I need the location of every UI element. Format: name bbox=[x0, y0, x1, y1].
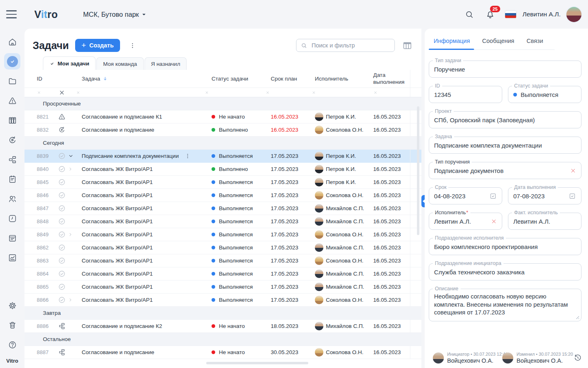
clear-filter-icon[interactable] bbox=[312, 90, 316, 95]
task-row[interactable]: 8845Согласовать ЖК Витро/АР1Выполняется1… bbox=[24, 176, 421, 189]
field-id[interactable]: ID 12345 bbox=[429, 86, 502, 103]
sidebar-item-projects[interactable] bbox=[4, 73, 20, 89]
panel-tab-messages[interactable]: Сообщения bbox=[482, 38, 514, 44]
home-icon bbox=[8, 37, 17, 47]
field-description[interactable]: Описание Необходимо согласовать новую ве… bbox=[429, 289, 581, 321]
task-row[interactable]: 8863Согласовать ЖК Витро/АР1Выполняется1… bbox=[24, 254, 421, 267]
page-kebab-menu-icon[interactable] bbox=[129, 42, 136, 49]
done-date: 16.05.2023 bbox=[371, 245, 410, 251]
task-row[interactable]: 8887Согласование и подписаниеНе начато30… bbox=[24, 346, 421, 359]
create-button[interactable]: + Создать bbox=[75, 39, 120, 52]
tab-assigned-by-me[interactable]: Я назначил bbox=[145, 57, 187, 70]
field-project[interactable]: Проект СПб, Орловский парк (Заповедная) bbox=[429, 111, 581, 128]
app-logo: Vitro bbox=[34, 9, 58, 20]
table-columns-icon[interactable] bbox=[402, 40, 412, 51]
user-name[interactable]: Левитин А.Л. bbox=[523, 11, 561, 18]
horizontal-scrollbar[interactable] bbox=[206, 362, 308, 364]
assignee-avatar bbox=[315, 191, 323, 200]
task-row[interactable]: 8847Согласовать ЖК Витро/АР1Выполняется1… bbox=[24, 202, 421, 215]
check-icon bbox=[56, 257, 68, 265]
sidebar-item-trash[interactable] bbox=[4, 317, 20, 333]
status-dot bbox=[212, 324, 215, 328]
hamburger-menu-icon[interactable] bbox=[6, 10, 17, 18]
clear-filter-icon[interactable] bbox=[76, 90, 80, 95]
column-header-status[interactable]: Статус задачи bbox=[209, 76, 267, 82]
clear-filter-icon[interactable] bbox=[37, 90, 56, 95]
field-task-type[interactable]: Тип задачи Поручение bbox=[429, 61, 581, 78]
sidebar-item-processes[interactable] bbox=[4, 132, 20, 148]
task-row[interactable]: 8821Согласование и подписание К1Не начат… bbox=[24, 110, 421, 123]
sidebar-item-documents[interactable] bbox=[4, 171, 20, 187]
column-header-task[interactable]: Задача bbox=[76, 76, 209, 82]
task-title: Согласовать ЖК Витро/АР1 bbox=[82, 258, 153, 264]
sidebar-item-analytics[interactable] bbox=[4, 249, 20, 266]
task-row[interactable]: 8848Согласовать ЖК Витро/АР1Выполняется1… bbox=[24, 215, 421, 228]
chevron-right-icon[interactable] bbox=[68, 232, 76, 237]
field-status[interactable]: Статус задачи Выполняется bbox=[508, 86, 581, 103]
history-icon[interactable] bbox=[573, 353, 582, 362]
chevron-right-icon[interactable] bbox=[68, 297, 76, 303]
notifications-bell-icon[interactable]: 25 bbox=[485, 9, 495, 20]
sidebar-item-home[interactable] bbox=[4, 34, 20, 50]
calendar-icon[interactable] bbox=[489, 192, 497, 200]
field-done-date[interactable]: Дата выполнения 07-08-2023 bbox=[508, 187, 581, 204]
vertical-scrollbar[interactable] bbox=[417, 106, 419, 235]
tab-my-team[interactable]: Моя команда bbox=[96, 57, 143, 70]
task-row[interactable]: 8832Согласование и подписаниеВыполнено16… bbox=[24, 123, 421, 137]
clear-filter-icon[interactable] bbox=[205, 90, 209, 95]
column-header-assignee[interactable]: Исполнитель bbox=[313, 76, 371, 82]
sidebar-item-planning[interactable] bbox=[4, 230, 20, 246]
column-header-id[interactable]: ID bbox=[37, 76, 56, 82]
task-row[interactable]: 8864Согласовать ЖК Витро/АР1Выполняется1… bbox=[24, 267, 421, 280]
location-selector[interactable]: МСК, Бутово парк bbox=[83, 11, 148, 18]
sidebar-item-help[interactable] bbox=[4, 337, 20, 353]
panel-tab-links[interactable]: Связи bbox=[526, 38, 543, 44]
field-assignee-department[interactable]: Подразделение исполнителя Бюро комплексн… bbox=[429, 238, 581, 255]
calendar-icon[interactable] bbox=[568, 192, 576, 200]
task-row[interactable]: 8840Согласовать ЖК Витро/АР1Выполнено17.… bbox=[24, 163, 421, 176]
clear-field-icon[interactable] bbox=[570, 168, 576, 174]
task-row[interactable]: 8865Согласовать ЖК Витро/АР1Выполняется1… bbox=[24, 280, 421, 294]
search-icon[interactable] bbox=[464, 9, 474, 20]
task-row[interactable]: 8866Согласовать ЖК Витро/АР1Выполняется1… bbox=[24, 294, 421, 307]
field-actual-assignee[interactable]: Факт. исполнитель Левитин А.Л. bbox=[508, 213, 581, 230]
panel-tab-info[interactable]: Информация bbox=[434, 38, 470, 44]
logo-part: it bbox=[41, 9, 47, 20]
field-deadline[interactable]: Срок 04-08-2023 bbox=[429, 187, 502, 204]
check-icon bbox=[56, 231, 68, 238]
row-kebab-menu-icon[interactable] bbox=[185, 153, 191, 159]
clear-field-icon[interactable] bbox=[491, 218, 497, 224]
tab-my-tasks[interactable]: Мои задачи bbox=[43, 56, 96, 70]
field-assignee[interactable]: Исполнитель* Левитин А.Л. bbox=[429, 213, 502, 230]
task-row[interactable]: 8862Согласовать ЖК Витро/АР1Выполняется1… bbox=[24, 241, 421, 254]
chevron-right-icon[interactable] bbox=[68, 166, 76, 172]
language-flag-ru-icon[interactable] bbox=[505, 11, 516, 18]
task-row[interactable]: 8846Согласовать ЖК Витро/АР1Выполняется1… bbox=[24, 189, 421, 202]
sidebar-item-tasks[interactable] bbox=[4, 53, 20, 70]
status-label: Выполняется bbox=[219, 205, 253, 211]
search-filter-box[interactable] bbox=[296, 39, 395, 52]
sidebar-item-settings[interactable] bbox=[4, 297, 20, 314]
clear-filter-icon[interactable] bbox=[265, 90, 307, 95]
chevron-down-icon[interactable] bbox=[68, 153, 76, 159]
field-initiator-department[interactable]: Подразделение инициатора Служба техничес… bbox=[429, 263, 581, 280]
sidebar-item-registry[interactable] bbox=[4, 112, 20, 128]
task-row[interactable]: 8886Согласование и подписание К2Не начат… bbox=[24, 320, 421, 333]
assignee-name: Соколова О.Н. bbox=[326, 297, 363, 303]
task-row[interactable]: 8849Согласовать ЖК Витро/АР1Выполняется1… bbox=[24, 228, 421, 241]
task-row[interactable]: 8839Подписание комплекта документацииВып… bbox=[24, 150, 421, 163]
clear-filter-icon[interactable] bbox=[58, 89, 66, 96]
field-order-type[interactable]: Тип поручения Подписание документов bbox=[429, 162, 581, 179]
sidebar-item-issues[interactable] bbox=[4, 92, 20, 109]
sidebar-item-structure[interactable] bbox=[4, 151, 20, 168]
sidebar-item-time[interactable] bbox=[4, 210, 20, 227]
sidebar-item-users[interactable] bbox=[4, 191, 20, 207]
field-task-name[interactable]: Задача Подписание комплекта документации bbox=[429, 137, 581, 154]
sidebar-logo: Vitro bbox=[6, 358, 18, 364]
user-avatar[interactable] bbox=[566, 7, 581, 22]
task-title: Согласовать ЖК Витро/АР1 bbox=[82, 218, 153, 224]
column-header-plan[interactable]: Срок план bbox=[267, 76, 313, 82]
column-header-done[interactable]: Дата выполнения bbox=[371, 72, 410, 86]
search-input[interactable] bbox=[311, 42, 390, 49]
clear-filter-icon[interactable] bbox=[373, 90, 410, 95]
